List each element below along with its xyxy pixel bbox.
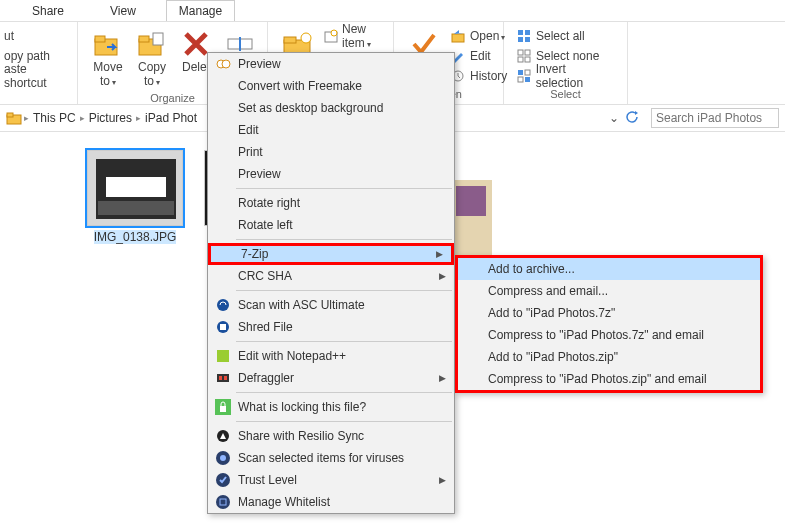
svg-rect-4 xyxy=(153,33,163,45)
submenu-item-add-to-archive-[interactable]: Add to archive... xyxy=(458,258,760,280)
svg-rect-44 xyxy=(224,376,227,380)
new-item-icon xyxy=(324,28,338,44)
tab-share[interactable]: Share xyxy=(20,1,76,21)
context-item-preview[interactable]: Preview xyxy=(208,53,454,75)
svg-rect-46 xyxy=(220,406,226,412)
search-input[interactable] xyxy=(651,108,779,128)
address-dropdown[interactable]: ⌄ xyxy=(607,111,621,125)
tab-view[interactable]: View xyxy=(98,1,148,21)
svg-point-37 xyxy=(222,60,230,68)
context-item-crc-sha[interactable]: CRC SHA▶ xyxy=(208,265,454,287)
context-item-scan-with-asc-ultimate[interactable]: Scan with ASC Ultimate xyxy=(208,294,454,316)
svg-rect-32 xyxy=(98,201,174,215)
blank-icon xyxy=(212,163,234,185)
svg-rect-13 xyxy=(452,34,464,42)
submenu-item-compress-to-ipad-photos-7z-and-email[interactable]: Compress to "iPad Photos.7z" and email xyxy=(458,324,760,346)
context-item-label: Rotate right xyxy=(234,196,446,210)
submenu-item-add-to-ipad-photos-7z-[interactable]: Add to "iPad Photos.7z" xyxy=(458,302,760,324)
svg-point-49 xyxy=(220,455,226,461)
svg-rect-24 xyxy=(525,70,530,75)
context-item-preview[interactable]: Preview xyxy=(208,163,454,185)
blank-icon xyxy=(215,243,237,265)
breadcrumb-item[interactable]: iPad Phot xyxy=(141,111,201,125)
context-item-rotate-right[interactable]: Rotate right xyxy=(208,192,454,214)
open-icon xyxy=(450,28,466,44)
svg-rect-3 xyxy=(139,36,149,42)
svg-rect-26 xyxy=(525,77,530,82)
context-item-label: 7-Zip xyxy=(237,247,436,261)
svg-rect-18 xyxy=(525,37,530,42)
folder-icon xyxy=(6,111,24,125)
invert-selection-icon xyxy=(516,68,532,84)
context-item-label: Scan with ASC Ultimate xyxy=(234,298,446,312)
svg-rect-19 xyxy=(518,50,523,55)
context-item-set-as-desktop-background[interactable]: Set as desktop background xyxy=(208,97,454,119)
copy-to-button[interactable]: Copy to xyxy=(130,26,174,92)
resilio-icon xyxy=(212,425,234,447)
breadcrumb-item[interactable]: Pictures xyxy=(85,111,136,125)
context-item-label: What is locking this file? xyxy=(234,400,446,414)
context-item-edit[interactable]: Edit xyxy=(208,119,454,141)
submenu-item-compress-to-ipad-photos-zip-and-email[interactable]: Compress to "iPad Photos.zip" and email xyxy=(458,368,760,390)
thumbnail xyxy=(87,150,183,226)
svg-point-11 xyxy=(331,30,337,36)
context-submenu-7zip: Add to archive...Compress and email...Ad… xyxy=(455,255,763,393)
context-item-scan-selected-items-for-viruses[interactable]: Scan selected items for viruses xyxy=(208,447,454,469)
move-to-button[interactable]: Move to xyxy=(86,26,130,92)
context-item-label: Edit xyxy=(234,123,446,137)
context-item-7-zip[interactable]: 7-Zip▶ xyxy=(208,243,454,265)
context-item-shred-file[interactable]: Shred File xyxy=(208,316,454,338)
svg-rect-22 xyxy=(525,57,530,62)
chevron-right-icon: ▶ xyxy=(439,271,446,281)
context-item-label: Preview xyxy=(234,57,446,71)
submenu-item-compress-and-email-[interactable]: Compress and email... xyxy=(458,280,760,302)
select-all-button[interactable]: Select all xyxy=(512,26,619,46)
whitelist-icon xyxy=(212,491,234,513)
defrag-icon xyxy=(212,367,234,389)
context-item-print[interactable]: Print xyxy=(208,141,454,163)
new-item-button[interactable]: New item xyxy=(320,26,385,46)
context-item-what-is-locking-this-file-[interactable]: What is locking this file? xyxy=(208,396,454,418)
window-tabs: Share View Manage xyxy=(0,0,785,22)
asc-icon xyxy=(212,294,234,316)
context-item-label: Scan selected items for viruses xyxy=(234,451,446,465)
open-button[interactable]: Open xyxy=(446,26,511,46)
svg-rect-8 xyxy=(284,37,296,43)
svg-point-9 xyxy=(301,33,311,43)
shred-icon xyxy=(212,316,234,338)
blank-icon xyxy=(212,192,234,214)
thumbnail-occluded xyxy=(452,180,492,256)
tab-manage[interactable]: Manage xyxy=(166,0,235,21)
context-item-edit-with-notepad-[interactable]: Edit with Notepad++ xyxy=(208,345,454,367)
context-item-label: Manage Whitelist xyxy=(234,495,446,509)
file-item[interactable]: IMG_0138.JPG xyxy=(80,150,190,244)
select-group-label: Select xyxy=(512,88,619,102)
blank-icon xyxy=(212,141,234,163)
context-item-label: Convert with Freemake xyxy=(234,79,446,93)
paste-shortcut-button[interactable]: aste shortcut xyxy=(0,66,69,86)
cut-button[interactable]: ut xyxy=(0,26,69,46)
invert-selection-button[interactable]: Invert selection xyxy=(512,66,619,86)
context-item-label: Preview xyxy=(234,167,446,181)
context-item-manage-whitelist[interactable]: Manage Whitelist xyxy=(208,491,454,513)
chevron-right-icon: ▶ xyxy=(439,475,446,485)
history-button[interactable]: History xyxy=(446,66,511,86)
context-item-trust-level[interactable]: Trust Level▶ xyxy=(208,469,454,491)
context-item-defraggler[interactable]: Defraggler▶ xyxy=(208,367,454,389)
breadcrumb-item[interactable]: This PC xyxy=(29,111,80,125)
preview-icon xyxy=(212,53,234,75)
context-item-label: Share with Resilio Sync xyxy=(234,429,446,443)
refresh-button[interactable] xyxy=(625,110,641,126)
context-item-convert-with-freemake[interactable]: Convert with Freemake xyxy=(208,75,454,97)
select-none-icon xyxy=(516,48,532,64)
context-item-share-with-resilio-sync[interactable]: Share with Resilio Sync xyxy=(208,425,454,447)
blank-icon xyxy=(212,214,234,236)
context-item-rotate-left[interactable]: Rotate left xyxy=(208,214,454,236)
submenu-item-add-to-ipad-photos-zip-[interactable]: Add to "iPad Photos.zip" xyxy=(458,346,760,368)
edit-button[interactable]: Edit xyxy=(446,46,511,66)
blank-icon xyxy=(212,265,234,287)
svg-rect-1 xyxy=(95,36,105,42)
context-item-label: Defraggler xyxy=(234,371,439,385)
svg-rect-43 xyxy=(219,376,222,380)
context-item-label: Set as desktop background xyxy=(234,101,446,115)
